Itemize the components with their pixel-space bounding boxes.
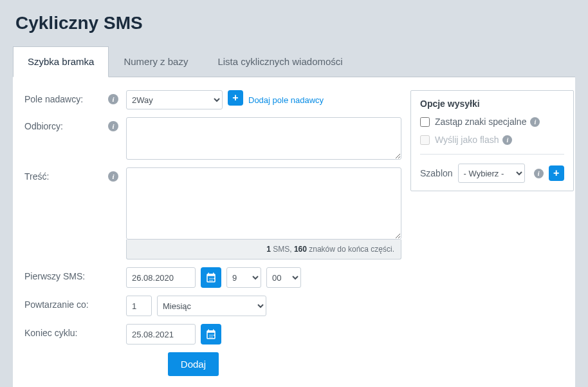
form-panel: Pole nadawcy: i 2Way + Dodaj pole nadawc… [13, 77, 575, 387]
first-sms-label: Pierwszy SMS: [24, 267, 108, 281]
template-label: Szablon [420, 168, 453, 178]
template-select[interactable]: - Wybierz - [458, 164, 525, 183]
tab-numery-z-bazy[interactable]: Numery z bazy [109, 46, 203, 77]
tab-szybka-bramka[interactable]: Szybka bramka [13, 46, 109, 77]
options-title: Opcje wysyłki [420, 99, 564, 109]
replace-special-label: Zastąp znaki specjalne [435, 117, 526, 127]
recipients-label: Odbiorcy: [24, 117, 108, 131]
send-options-panel: Opcje wysyłki Zastąp znaki specjalne i W… [410, 90, 574, 191]
info-icon[interactable]: i [534, 169, 544, 178]
divider [420, 154, 564, 155]
repeat-unit-select[interactable]: Miesiąc [157, 296, 266, 316]
cycle-end-label: Koniec cyklu: [24, 324, 108, 338]
chars-left: 160 [294, 245, 307, 254]
replace-special-checkbox[interactable] [420, 117, 430, 127]
add-sender-button[interactable]: + [228, 90, 243, 106]
info-icon[interactable]: i [108, 94, 118, 104]
info-icon[interactable]: i [108, 171, 118, 182]
sender-select[interactable]: 2Way [126, 90, 223, 109]
tab-lista-cyklicznych[interactable]: Lista cyklicznych wiadomości [203, 46, 357, 77]
calendar-icon[interactable] [201, 267, 221, 288]
submit-button[interactable]: Dodaj [168, 352, 219, 376]
info-icon[interactable]: i [502, 135, 512, 145]
content-label: Treść: [24, 167, 108, 182]
recipients-textarea[interactable] [126, 117, 401, 160]
send-as-flash-label: Wyślij jako flash [435, 135, 499, 145]
page-title: Cykliczny SMS [13, 13, 575, 33]
info-icon[interactable]: i [530, 117, 540, 127]
first-sms-date-input[interactable] [126, 267, 196, 288]
calendar-icon[interactable] [201, 324, 221, 345]
tabs: Szybka bramka Numery z bazy Lista cyklic… [13, 46, 575, 77]
repeat-value-input[interactable] [126, 296, 152, 316]
first-sms-hour-select[interactable]: 9 [226, 267, 261, 288]
add-template-button[interactable]: + [549, 165, 564, 181]
send-as-flash-checkbox [420, 135, 430, 145]
repeat-label: Powtarzanie co: [24, 296, 108, 310]
cycle-end-date-input[interactable] [126, 324, 196, 345]
sms-count: 1 [266, 245, 271, 254]
info-icon[interactable]: i [108, 121, 118, 131]
content-textarea[interactable] [126, 167, 401, 240]
sender-label: Pole nadawcy: [24, 90, 108, 104]
add-sender-link[interactable]: Dodaj pole nadawcy [248, 95, 324, 105]
first-sms-minute-select[interactable]: 00 [266, 267, 301, 288]
char-counter: 1 SMS, 160 znaków do końca części. [126, 240, 401, 260]
